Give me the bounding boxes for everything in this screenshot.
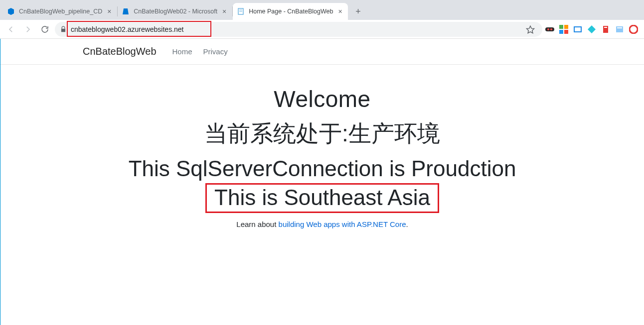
lock-icon [60, 26, 67, 33]
extension-icon[interactable] [587, 25, 596, 34]
svg-rect-11 [559, 30, 563, 34]
main-content: Welcome 当前系统处于:生产环境 This SqlServerConnec… [0, 86, 644, 228]
learn-text: Learn about building Web apps with ASP.N… [0, 220, 644, 228]
browser-tab-3[interactable]: Home Page - CnBateBlogWeb × [233, 3, 348, 20]
nav-link-privacy[interactable]: Privacy [203, 47, 228, 56]
heading-region: This is Southeast Asia [205, 185, 439, 210]
address-bar[interactable] [55, 22, 542, 37]
svg-rect-18 [617, 27, 622, 28]
extension-icon[interactable] [545, 25, 554, 34]
site-navbar: CnBateBlogWeb Home Privacy [0, 39, 644, 65]
page-viewport: CnBateBlogWeb Home Privacy Welcome 当前系统处… [0, 39, 644, 325]
tab-title: Home Page - CnBateBlogWeb [249, 8, 333, 15]
svg-rect-6 [545, 27, 554, 31]
svg-rect-9 [559, 25, 563, 29]
svg-marker-0 [8, 8, 14, 15]
svg-marker-5 [527, 26, 534, 33]
svg-point-19 [630, 25, 638, 33]
nav-link-home[interactable]: Home [172, 47, 192, 56]
svg-rect-10 [564, 25, 568, 29]
bookmark-star-icon[interactable] [523, 22, 537, 36]
extension-icon[interactable] [615, 25, 624, 34]
extension-icon[interactable] [629, 25, 638, 34]
svg-rect-12 [564, 30, 568, 34]
extension-icon[interactable] [573, 25, 582, 34]
reload-button[interactable] [38, 22, 52, 36]
tab-title: CnBateBlogWeb_pipeline_CD [19, 8, 102, 15]
extension-icon[interactable] [559, 25, 568, 34]
tab-title: CnBateBlogWeb02 - Microsoft [134, 8, 217, 15]
svg-marker-1 [123, 8, 129, 14]
heading-environment-zh: 当前系统处于:生产环境 [0, 118, 644, 149]
tab-strip: CnBateBlogWeb_pipeline_CD × CnBateBlogWe… [0, 0, 644, 20]
close-icon[interactable]: × [105, 7, 113, 15]
close-icon[interactable]: × [336, 7, 344, 15]
learn-link[interactable]: building Web apps with ASP.NET Core [279, 220, 406, 228]
back-button[interactable] [4, 22, 18, 36]
svg-rect-13 [574, 27, 581, 32]
svg-rect-17 [616, 26, 623, 32]
svg-marker-14 [588, 25, 596, 33]
svg-rect-16 [604, 27, 607, 28]
heading-sql-connection: This SqlServerConnection is Proudction [0, 156, 644, 181]
svg-point-7 [547, 28, 549, 30]
learn-suffix: . [406, 220, 408, 228]
forward-button[interactable] [21, 22, 35, 36]
extension-icons [545, 25, 640, 34]
browser-tab-1[interactable]: CnBateBlogWeb_pipeline_CD × [3, 3, 117, 20]
url-input[interactable] [71, 25, 519, 33]
devops-icon [7, 7, 15, 15]
heading-welcome: Welcome [0, 86, 644, 112]
new-tab-button[interactable]: + [351, 4, 365, 18]
browser-tab-2[interactable]: CnBateBlogWeb02 - Microsoft × [118, 3, 232, 20]
brand[interactable]: CnBateBlogWeb [83, 46, 157, 57]
extension-icon[interactable] [601, 25, 610, 34]
svg-point-8 [550, 28, 552, 30]
page-icon [237, 7, 245, 15]
azure-icon [122, 7, 130, 15]
learn-prefix: Learn about [236, 220, 278, 228]
browser-toolbar [0, 20, 644, 39]
heading-region-wrap: This is Southeast Asia [205, 185, 439, 210]
close-icon[interactable]: × [220, 7, 228, 15]
